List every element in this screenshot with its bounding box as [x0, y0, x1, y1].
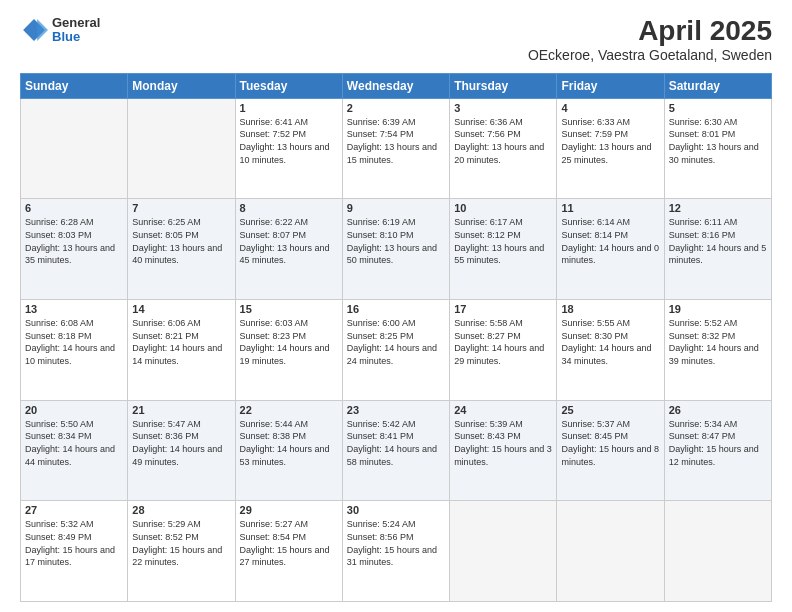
title-block: April 2025 OEckeroe, Vaestra Goetaland, …	[528, 16, 772, 63]
day-info: Sunrise: 6:06 AM Sunset: 8:21 PM Dayligh…	[132, 317, 230, 367]
day-info: Sunrise: 5:58 AM Sunset: 8:27 PM Dayligh…	[454, 317, 552, 367]
day-number: 24	[454, 404, 552, 416]
day-info: Sunrise: 6:25 AM Sunset: 8:05 PM Dayligh…	[132, 216, 230, 266]
day-number: 21	[132, 404, 230, 416]
day-number: 11	[561, 202, 659, 214]
table-row: 28Sunrise: 5:29 AM Sunset: 8:52 PM Dayli…	[128, 501, 235, 602]
table-row: 17Sunrise: 5:58 AM Sunset: 8:27 PM Dayli…	[450, 300, 557, 401]
table-row: 19Sunrise: 5:52 AM Sunset: 8:32 PM Dayli…	[664, 300, 771, 401]
day-info: Sunrise: 6:33 AM Sunset: 7:59 PM Dayligh…	[561, 116, 659, 166]
table-row: 7Sunrise: 6:25 AM Sunset: 8:05 PM Daylig…	[128, 199, 235, 300]
logo-blue-text: Blue	[52, 30, 100, 44]
table-row: 3Sunrise: 6:36 AM Sunset: 7:56 PM Daylig…	[450, 98, 557, 199]
day-number: 19	[669, 303, 767, 315]
day-info: Sunrise: 6:36 AM Sunset: 7:56 PM Dayligh…	[454, 116, 552, 166]
day-number: 18	[561, 303, 659, 315]
calendar-title: April 2025	[528, 16, 772, 47]
col-thursday: Thursday	[450, 73, 557, 98]
day-number: 9	[347, 202, 445, 214]
day-info: Sunrise: 5:44 AM Sunset: 8:38 PM Dayligh…	[240, 418, 338, 468]
day-number: 28	[132, 504, 230, 516]
day-info: Sunrise: 5:24 AM Sunset: 8:56 PM Dayligh…	[347, 518, 445, 568]
day-number: 2	[347, 102, 445, 114]
table-row: 22Sunrise: 5:44 AM Sunset: 8:38 PM Dayli…	[235, 400, 342, 501]
day-info: Sunrise: 6:17 AM Sunset: 8:12 PM Dayligh…	[454, 216, 552, 266]
day-info: Sunrise: 6:03 AM Sunset: 8:23 PM Dayligh…	[240, 317, 338, 367]
table-row	[450, 501, 557, 602]
table-row: 30Sunrise: 5:24 AM Sunset: 8:56 PM Dayli…	[342, 501, 449, 602]
day-info: Sunrise: 5:32 AM Sunset: 8:49 PM Dayligh…	[25, 518, 123, 568]
day-number: 22	[240, 404, 338, 416]
day-number: 29	[240, 504, 338, 516]
day-number: 16	[347, 303, 445, 315]
day-info: Sunrise: 5:47 AM Sunset: 8:36 PM Dayligh…	[132, 418, 230, 468]
table-row: 29Sunrise: 5:27 AM Sunset: 8:54 PM Dayli…	[235, 501, 342, 602]
day-info: Sunrise: 5:55 AM Sunset: 8:30 PM Dayligh…	[561, 317, 659, 367]
table-row: 15Sunrise: 6:03 AM Sunset: 8:23 PM Dayli…	[235, 300, 342, 401]
table-row	[128, 98, 235, 199]
table-row: 14Sunrise: 6:06 AM Sunset: 8:21 PM Dayli…	[128, 300, 235, 401]
table-row: 25Sunrise: 5:37 AM Sunset: 8:45 PM Dayli…	[557, 400, 664, 501]
header: General Blue April 2025 OEckeroe, Vaestr…	[20, 16, 772, 63]
day-number: 6	[25, 202, 123, 214]
day-number: 14	[132, 303, 230, 315]
logo-general-text: General	[52, 16, 100, 30]
day-number: 15	[240, 303, 338, 315]
day-number: 10	[454, 202, 552, 214]
day-number: 7	[132, 202, 230, 214]
col-saturday: Saturday	[664, 73, 771, 98]
table-row: 8Sunrise: 6:22 AM Sunset: 8:07 PM Daylig…	[235, 199, 342, 300]
day-info: Sunrise: 6:11 AM Sunset: 8:16 PM Dayligh…	[669, 216, 767, 266]
day-info: Sunrise: 5:29 AM Sunset: 8:52 PM Dayligh…	[132, 518, 230, 568]
calendar-week-row: 1Sunrise: 6:41 AM Sunset: 7:52 PM Daylig…	[21, 98, 772, 199]
table-row: 11Sunrise: 6:14 AM Sunset: 8:14 PM Dayli…	[557, 199, 664, 300]
day-number: 27	[25, 504, 123, 516]
day-info: Sunrise: 5:34 AM Sunset: 8:47 PM Dayligh…	[669, 418, 767, 468]
day-number: 30	[347, 504, 445, 516]
day-info: Sunrise: 6:14 AM Sunset: 8:14 PM Dayligh…	[561, 216, 659, 266]
day-number: 23	[347, 404, 445, 416]
day-number: 13	[25, 303, 123, 315]
calendar-week-row: 6Sunrise: 6:28 AM Sunset: 8:03 PM Daylig…	[21, 199, 772, 300]
table-row	[557, 501, 664, 602]
table-row: 26Sunrise: 5:34 AM Sunset: 8:47 PM Dayli…	[664, 400, 771, 501]
table-row: 1Sunrise: 6:41 AM Sunset: 7:52 PM Daylig…	[235, 98, 342, 199]
day-info: Sunrise: 6:41 AM Sunset: 7:52 PM Dayligh…	[240, 116, 338, 166]
table-row: 2Sunrise: 6:39 AM Sunset: 7:54 PM Daylig…	[342, 98, 449, 199]
col-friday: Friday	[557, 73, 664, 98]
day-info: Sunrise: 6:08 AM Sunset: 8:18 PM Dayligh…	[25, 317, 123, 367]
day-number: 1	[240, 102, 338, 114]
table-row: 12Sunrise: 6:11 AM Sunset: 8:16 PM Dayli…	[664, 199, 771, 300]
table-row: 4Sunrise: 6:33 AM Sunset: 7:59 PM Daylig…	[557, 98, 664, 199]
table-row: 5Sunrise: 6:30 AM Sunset: 8:01 PM Daylig…	[664, 98, 771, 199]
table-row: 24Sunrise: 5:39 AM Sunset: 8:43 PM Dayli…	[450, 400, 557, 501]
day-info: Sunrise: 5:27 AM Sunset: 8:54 PM Dayligh…	[240, 518, 338, 568]
day-info: Sunrise: 6:28 AM Sunset: 8:03 PM Dayligh…	[25, 216, 123, 266]
day-number: 3	[454, 102, 552, 114]
table-row: 27Sunrise: 5:32 AM Sunset: 8:49 PM Dayli…	[21, 501, 128, 602]
logo-text: General Blue	[52, 16, 100, 45]
day-info: Sunrise: 6:00 AM Sunset: 8:25 PM Dayligh…	[347, 317, 445, 367]
page: General Blue April 2025 OEckeroe, Vaestr…	[0, 0, 792, 612]
day-info: Sunrise: 5:52 AM Sunset: 8:32 PM Dayligh…	[669, 317, 767, 367]
day-number: 4	[561, 102, 659, 114]
day-number: 26	[669, 404, 767, 416]
header-row: Sunday Monday Tuesday Wednesday Thursday…	[21, 73, 772, 98]
table-row: 6Sunrise: 6:28 AM Sunset: 8:03 PM Daylig…	[21, 199, 128, 300]
day-info: Sunrise: 5:50 AM Sunset: 8:34 PM Dayligh…	[25, 418, 123, 468]
table-row: 20Sunrise: 5:50 AM Sunset: 8:34 PM Dayli…	[21, 400, 128, 501]
calendar-subtitle: OEckeroe, Vaestra Goetaland, Sweden	[528, 47, 772, 63]
table-row: 21Sunrise: 5:47 AM Sunset: 8:36 PM Dayli…	[128, 400, 235, 501]
day-number: 12	[669, 202, 767, 214]
calendar-week-row: 13Sunrise: 6:08 AM Sunset: 8:18 PM Dayli…	[21, 300, 772, 401]
day-info: Sunrise: 6:39 AM Sunset: 7:54 PM Dayligh…	[347, 116, 445, 166]
day-number: 8	[240, 202, 338, 214]
calendar-week-row: 27Sunrise: 5:32 AM Sunset: 8:49 PM Dayli…	[21, 501, 772, 602]
day-number: 20	[25, 404, 123, 416]
table-row: 13Sunrise: 6:08 AM Sunset: 8:18 PM Dayli…	[21, 300, 128, 401]
table-row	[21, 98, 128, 199]
day-number: 17	[454, 303, 552, 315]
table-row: 16Sunrise: 6:00 AM Sunset: 8:25 PM Dayli…	[342, 300, 449, 401]
day-number: 5	[669, 102, 767, 114]
day-info: Sunrise: 6:19 AM Sunset: 8:10 PM Dayligh…	[347, 216, 445, 266]
